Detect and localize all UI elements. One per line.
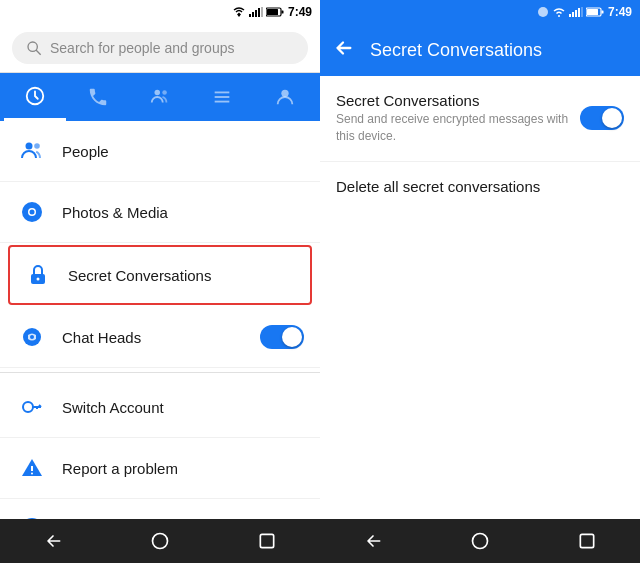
- svg-rect-44: [575, 10, 577, 17]
- svg-point-50: [473, 534, 488, 549]
- delete-row[interactable]: Delete all secret conversations: [320, 162, 640, 212]
- svg-rect-39: [260, 534, 273, 547]
- recents-icon: [257, 531, 277, 551]
- setting-title: Secret Conversations: [336, 92, 580, 109]
- profile-icon: [274, 86, 296, 108]
- svg-rect-5: [261, 7, 263, 17]
- svg-point-40: [538, 7, 548, 17]
- clock-icon: [24, 85, 46, 107]
- svg-rect-46: [581, 7, 583, 17]
- tab-list[interactable]: [191, 73, 253, 121]
- svg-rect-4: [258, 8, 260, 17]
- tab-profile[interactable]: [254, 73, 316, 121]
- right-battery-icon: [586, 7, 604, 17]
- key-icon: [16, 391, 48, 423]
- right-time: 7:49: [608, 5, 632, 19]
- home-button[interactable]: [107, 531, 214, 551]
- svg-point-12: [155, 90, 161, 96]
- signal-icon: [249, 7, 263, 17]
- right-home-button[interactable]: [427, 531, 534, 551]
- people-icon: [16, 135, 48, 167]
- list-icon: [211, 86, 233, 108]
- right-recents-button[interactable]: [533, 531, 640, 551]
- right-status-icons: [537, 6, 604, 18]
- svg-point-26: [30, 335, 34, 339]
- secret-toggle[interactable]: [580, 106, 624, 130]
- back-button[interactable]: [0, 531, 107, 551]
- svg-point-17: [281, 90, 288, 97]
- delete-label: Delete all secret conversations: [336, 178, 540, 195]
- tab-groups[interactable]: [129, 73, 191, 121]
- menu-list: People Photos & Media Secr: [0, 121, 320, 519]
- tab-recent[interactable]: [4, 73, 66, 121]
- menu-item-secret[interactable]: Secret Conversations: [8, 245, 312, 305]
- left-bottom-nav: [0, 519, 320, 563]
- svg-rect-48: [587, 9, 598, 15]
- left-status-bar: 7:49: [0, 0, 320, 24]
- svg-rect-51: [580, 534, 593, 547]
- home-icon: [150, 531, 170, 551]
- right-back-icon: [363, 531, 383, 551]
- svg-point-19: [34, 143, 40, 149]
- right-bottom-nav: [320, 519, 640, 563]
- left-panel: 7:49 Search for people and groups: [0, 0, 320, 563]
- camera-icon: [16, 196, 48, 228]
- menu-item-help[interactable]: Help: [0, 499, 320, 519]
- phone-icon: [87, 86, 109, 108]
- svg-rect-49: [601, 11, 603, 14]
- svg-point-32: [31, 473, 33, 475]
- wifi-icon: [232, 7, 246, 17]
- right-back-button[interactable]: [332, 37, 354, 63]
- svg-point-24: [37, 278, 40, 281]
- svg-point-38: [153, 534, 168, 549]
- right-content: Secret Conversations Send and receive en…: [320, 76, 640, 519]
- svg-point-13: [162, 90, 167, 95]
- people-label: People: [62, 143, 304, 160]
- tab-calls[interactable]: [66, 73, 128, 121]
- search-icon: [26, 40, 42, 56]
- search-bar: Search for people and groups: [0, 24, 320, 73]
- secret-conversations-row[interactable]: Secret Conversations Send and receive en…: [320, 76, 640, 162]
- search-input-wrap[interactable]: Search for people and groups: [12, 32, 308, 64]
- setting-info: Secret Conversations Send and receive en…: [336, 92, 580, 145]
- menu-item-switch[interactable]: Switch Account: [0, 377, 320, 438]
- right-recents-icon: [577, 531, 597, 551]
- right-header: Secret Conversations: [320, 24, 640, 76]
- messenger-status-icon: [537, 6, 549, 18]
- menu-item-photos[interactable]: Photos & Media: [0, 182, 320, 243]
- report-label: Report a problem: [62, 460, 304, 477]
- svg-point-41: [558, 15, 560, 17]
- svg-point-0: [238, 15, 240, 17]
- recents-button[interactable]: [213, 531, 320, 551]
- right-home-icon: [470, 531, 490, 551]
- groups-icon: [149, 86, 171, 108]
- lock-icon: [22, 259, 54, 291]
- secret-label: Secret Conversations: [68, 267, 298, 284]
- chatheads-toggle[interactable]: [260, 325, 304, 349]
- svg-point-27: [23, 402, 33, 412]
- svg-line-29: [39, 405, 41, 407]
- menu-item-chatheads[interactable]: Chat Heads: [0, 307, 320, 368]
- right-panel: 7:49 Secret Conversations Secret Convers…: [320, 0, 640, 563]
- right-back-nav-button[interactable]: [320, 531, 427, 551]
- right-header-title: Secret Conversations: [370, 40, 542, 61]
- setting-desc: Send and receive encrypted messages with…: [336, 111, 580, 145]
- help-icon: [16, 513, 48, 519]
- left-time: 7:49: [288, 5, 312, 19]
- svg-rect-45: [578, 8, 580, 17]
- nav-tabs: [0, 73, 320, 121]
- chatheads-label: Chat Heads: [62, 329, 260, 346]
- menu-item-people[interactable]: People: [0, 121, 320, 182]
- back-icon: [43, 531, 63, 551]
- svg-point-18: [26, 143, 33, 150]
- battery-icon: [266, 7, 284, 17]
- svg-rect-42: [569, 14, 571, 17]
- warning-icon: [16, 452, 48, 484]
- menu-item-report[interactable]: Report a problem: [0, 438, 320, 499]
- chatheads-icon: [16, 321, 48, 353]
- photos-label: Photos & Media: [62, 204, 304, 221]
- svg-rect-3: [255, 10, 257, 17]
- left-status-icons: [232, 7, 284, 17]
- search-placeholder: Search for people and groups: [50, 40, 234, 56]
- svg-point-22: [30, 210, 35, 215]
